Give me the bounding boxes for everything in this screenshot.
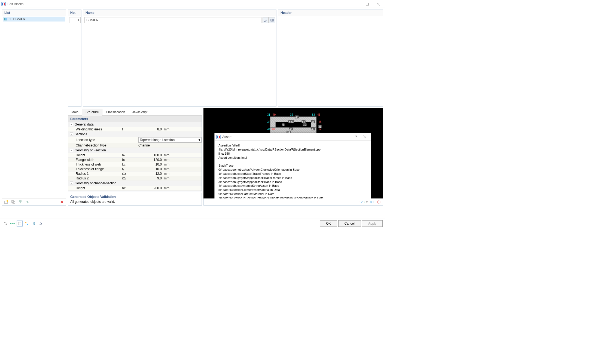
preview-web-left (270, 122, 276, 127)
param-select[interactable]: Tapered flange I-section▾ (138, 137, 202, 143)
param-row: I-section typeTapered flange I-section▾ (68, 137, 202, 143)
param-row[interactable]: Thickness of webtᵥ₁10.0mm (68, 162, 202, 167)
param-value[interactable]: 200.0 (138, 186, 163, 190)
footer-search-button[interactable] (2, 221, 8, 227)
collapse-icon[interactable]: − (70, 149, 73, 152)
cancel-button[interactable]: Cancel (338, 220, 361, 227)
list-item-num: 1 (9, 17, 11, 21)
assert-help-button[interactable]: ? (352, 134, 360, 140)
collapse-icon[interactable]: − (70, 133, 73, 136)
footer-tree-button[interactable] (24, 221, 30, 227)
footer-rect-button[interactable] (17, 221, 23, 227)
param-row[interactable]: Radius 1r1₁12.0mm (68, 172, 202, 176)
new-item-button[interactable] (3, 199, 9, 205)
param-value[interactable]: 8.0 (138, 127, 163, 131)
ok-button[interactable]: OK (320, 220, 337, 227)
param-unit: mm (163, 167, 174, 171)
param-value[interactable]: 12.0 (138, 172, 163, 176)
param-symbol: tᵥ₁ (122, 163, 138, 166)
maximize-button[interactable] (362, 0, 373, 8)
footer-precision-button[interactable]: 0.00 (10, 221, 16, 227)
delete-item-button[interactable]: ✕ (59, 199, 65, 205)
param-label: Flange width (76, 158, 122, 162)
preview-reset-button[interactable] (376, 199, 382, 205)
footer-layers-button[interactable] (31, 221, 37, 227)
tab-classification[interactable]: Classification (102, 109, 129, 116)
assert-body: Assertion failed! file: d:\r20\bin_relea… (215, 141, 371, 198)
param-row[interactable]: Flange widthb₁120.0mm (68, 158, 202, 162)
param-label: I-section type (76, 138, 122, 142)
catalog-button[interactable] (269, 17, 275, 23)
name-header: Name (83, 10, 276, 16)
block-color-swatch (4, 18, 7, 20)
svg-rect-15 (219, 136, 220, 138)
svg-rect-12 (272, 19, 273, 21)
svg-line-22 (6, 224, 7, 225)
param-label: Radius 2 (76, 176, 122, 180)
param-unit: mm (163, 172, 174, 176)
close-button[interactable] (373, 0, 384, 8)
preview-bot-flange-top (270, 127, 316, 133)
param-row[interactable]: Thickness of flangetᵦ₁10.0mm (68, 167, 202, 172)
param-symbol: hᴄ (122, 186, 138, 190)
param-symbol: tᵦ₁ (122, 167, 138, 171)
param-value[interactable]: 10.0 (138, 167, 163, 171)
svg-point-8 (7, 200, 8, 202)
param-text[interactable]: Channel (138, 143, 202, 147)
assert-icon (216, 135, 221, 139)
param-label: Thickness of web (76, 163, 122, 166)
group-geom-c: Geometry of channel-section (75, 181, 116, 185)
list-item[interactable]: 1 BCS007 (3, 17, 65, 22)
assert-close-button[interactable] (360, 134, 369, 140)
preview-view-button[interactable] (369, 199, 375, 205)
param-unit: mm (163, 153, 174, 157)
param-value[interactable]: 10.0 (138, 163, 163, 166)
param-symbol: h₁ (122, 153, 138, 157)
sync-down-button[interactable] (17, 199, 23, 205)
svg-rect-2 (4, 3, 5, 5)
assert-dialog: Assert ? Assertion failed! file: d:\r20\… (214, 133, 371, 198)
sync-across-button[interactable] (25, 199, 31, 205)
copy-item-button[interactable] (10, 199, 16, 205)
no-input[interactable] (69, 17, 81, 23)
tab-main[interactable]: Main (68, 109, 82, 116)
no-header: No. (68, 10, 81, 16)
footer-fx-button[interactable]: fx (38, 221, 44, 227)
param-value[interactable]: 180.0 (138, 153, 163, 157)
param-unit: mm (163, 191, 174, 191)
svg-rect-4 (366, 3, 369, 5)
param-row[interactable]: Heighth₁180.0mm (68, 153, 202, 158)
param-symbol: t (122, 127, 138, 131)
param-value[interactable]: 9.0 (138, 176, 163, 180)
minimize-button[interactable] (351, 0, 362, 8)
chevron-down-icon: ▾ (199, 138, 200, 142)
param-symbol: r2₁ (122, 176, 138, 180)
param-row[interactable]: Welding thicknesst8.0mm (68, 127, 202, 132)
svg-rect-14 (217, 136, 218, 138)
tab-structure[interactable]: Structure (82, 109, 102, 116)
edit-name-button[interactable] (263, 17, 269, 23)
tab-javascript[interactable]: JavaScript (129, 109, 151, 116)
svg-rect-24 (25, 222, 26, 223)
svg-rect-23 (18, 222, 21, 225)
window-title: Edit Blocks (7, 2, 23, 6)
param-row[interactable]: Radius 2r2₁9.0mm (68, 176, 202, 181)
list-item-name: BCS007 (13, 17, 26, 21)
param-row[interactable]: Flange widthbᴄ80.0mm (68, 191, 202, 191)
param-value[interactable]: 120.0 (138, 158, 163, 162)
param-row[interactable]: Heighthᴄ200.0mm (68, 186, 202, 191)
svg-rect-11 (271, 19, 272, 21)
param-unit: mm (163, 127, 174, 131)
param-value[interactable]: 80.0 (138, 191, 163, 191)
param-unit: mm (163, 158, 174, 162)
param-label: Radius 1 (76, 172, 122, 176)
collapse-icon[interactable]: − (70, 182, 73, 185)
group-general: General data (75, 123, 93, 126)
apply-button[interactable]: Apply (362, 220, 383, 227)
preview-numbers-button[interactable]: 123 (359, 199, 365, 205)
collapse-icon[interactable]: − (70, 123, 73, 126)
param-label: Thickness of flange (76, 167, 122, 171)
param-unit: mm (163, 163, 174, 166)
preview-label: 9 (282, 123, 285, 126)
name-input[interactable] (84, 17, 261, 23)
